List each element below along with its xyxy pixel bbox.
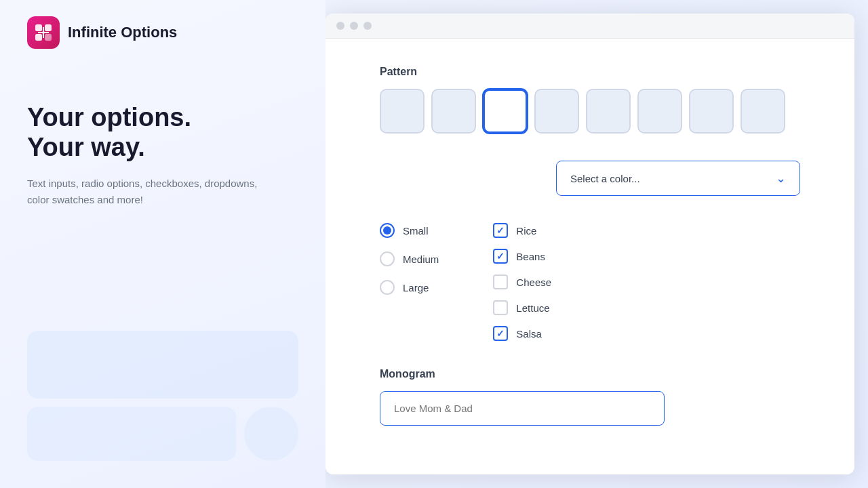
radio-label-medium: Medium [403, 253, 439, 265]
color-dropdown-section: Select a color... ⌄ [380, 161, 800, 196]
left-panel: Infinite Options Your options. Your way.… [0, 0, 326, 488]
swatch-2[interactable] [431, 89, 476, 134]
color-select-placeholder: Select a color... [570, 173, 640, 184]
toppings-checkbox-group: ✓ Rice ✓ Beans Cheese [493, 223, 551, 341]
checkmark-beans: ✓ [496, 251, 505, 262]
swatch-3[interactable] [483, 89, 528, 134]
checkbox-item-rice[interactable]: ✓ Rice [493, 223, 551, 238]
radio-item-small[interactable]: Small [380, 223, 439, 238]
headline-line1: Your options. [27, 103, 298, 133]
svg-rect-3 [45, 34, 52, 41]
svg-rect-0 [35, 24, 42, 31]
swatch-4[interactable] [534, 89, 579, 134]
monogram-section: Monogram [380, 368, 800, 426]
headline: Your options. Your way. [27, 103, 298, 162]
radio-label-small: Small [403, 225, 429, 237]
right-panel: Pattern Select a color... ⌄ [326, 0, 868, 488]
radio-item-medium[interactable]: Medium [380, 251, 439, 266]
browser-dot-3 [363, 22, 372, 30]
checkbox-label-salsa: Salsa [516, 328, 542, 340]
swatch-8[interactable] [741, 89, 785, 134]
browser-window: Pattern Select a color... ⌄ [326, 14, 854, 474]
radio-circle-small [380, 223, 395, 238]
checkbox-cheese [493, 274, 508, 289]
radio-label-large: Large [403, 282, 429, 293]
monogram-input[interactable] [380, 391, 665, 426]
checkbox-salsa: ✓ [493, 326, 508, 341]
logo-area: Infinite Options [27, 16, 298, 49]
checkmark-rice: ✓ [496, 225, 505, 236]
browser-dot-1 [336, 22, 344, 30]
logo-text: Infinite Options [68, 24, 177, 41]
checkbox-item-lettuce[interactable]: Lettuce [493, 300, 551, 315]
subtext: Text inputs, radio options, checkboxes, … [27, 176, 258, 208]
checkbox-item-beans[interactable]: ✓ Beans [493, 249, 551, 264]
checkbox-rice: ✓ [493, 223, 508, 238]
checkbox-item-cheese[interactable]: Cheese [493, 274, 551, 289]
headline-line2: Your way. [27, 133, 298, 163]
monogram-label: Monogram [380, 368, 800, 380]
browser-dot-2 [350, 22, 358, 30]
pattern-label: Pattern [380, 66, 800, 78]
deco-card-3 [244, 407, 298, 461]
browser-bar [326, 14, 854, 39]
checkbox-label-cheese: Cheese [516, 277, 551, 288]
deco-card-row [27, 407, 298, 461]
size-radio-group: Small Medium Large [380, 223, 439, 341]
svg-rect-2 [35, 34, 42, 41]
chevron-down-icon: ⌄ [776, 171, 786, 186]
swatch-5[interactable] [586, 89, 631, 134]
checkbox-beans: ✓ [493, 249, 508, 264]
swatch-6[interactable] [637, 89, 682, 134]
checkmark-salsa: ✓ [496, 328, 505, 339]
decorative-cards [27, 331, 298, 461]
pattern-swatches [380, 89, 800, 134]
checkbox-lettuce [493, 300, 508, 315]
checkbox-label-beans: Beans [516, 251, 545, 262]
svg-rect-1 [45, 24, 52, 31]
radio-circle-large [380, 280, 395, 295]
checkbox-label-lettuce: Lettuce [516, 302, 549, 314]
checkbox-label-rice: Rice [516, 225, 536, 237]
checkbox-item-salsa[interactable]: ✓ Salsa [493, 326, 551, 341]
color-select[interactable]: Select a color... ⌄ [556, 161, 800, 196]
radio-inner-small [383, 226, 391, 235]
logo-icon [27, 16, 60, 49]
swatch-1[interactable] [380, 89, 425, 134]
browser-content: Pattern Select a color... ⌄ [326, 39, 854, 474]
deco-card-1 [27, 331, 298, 399]
options-row: Small Medium Large ✓ [380, 223, 800, 341]
deco-card-2 [27, 407, 236, 461]
radio-item-large[interactable]: Large [380, 280, 439, 295]
radio-circle-medium [380, 251, 395, 266]
swatch-7[interactable] [689, 89, 734, 134]
pattern-section: Pattern [380, 66, 800, 134]
